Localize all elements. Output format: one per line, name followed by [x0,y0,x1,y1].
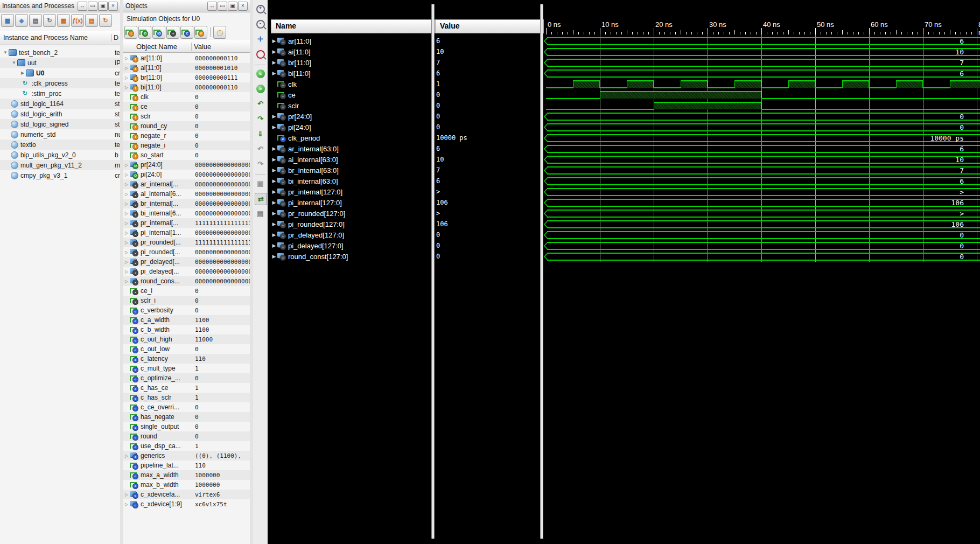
expand-closed-icon[interactable]: ▷ [123,269,130,274]
expand-closed-icon[interactable]: ▷ [123,260,130,264]
expand-closed-icon[interactable]: ▶ [271,243,277,248]
orange-doc-icon[interactable]: ▤ [85,14,98,27]
prev-transition-icon[interactable]: ↶ [255,98,266,109]
expand-closed-icon[interactable]: ▶ [271,232,277,238]
object-row[interactable]: cpipeline_lat...110 [123,461,250,470]
wave-row-value[interactable]: > [436,186,538,197]
close-icon[interactable]: × [108,2,118,11]
wave-row-value[interactable]: 6 [436,176,538,186]
expand-closed-icon[interactable]: ▷ [123,182,130,187]
object-row[interactable]: cmax_a_width1000000 [123,470,250,480]
go-to-start-icon[interactable]: « [255,68,266,79]
expand-closed-icon[interactable]: ▶ [271,221,277,227]
object-row[interactable]: ▷●round_cons...0000000000000000000 [123,276,250,286]
object-row[interactable]: cc_mult_type1 [123,364,250,373]
expand-closed-icon[interactable]: ▶ [271,211,277,216]
expand-closed-icon[interactable]: ▶ [271,71,277,76]
object-row[interactable]: ●ce_i0 [123,286,250,296]
object-row[interactable]: Isclr0 [123,111,250,121]
object-row[interactable]: cc_has_sclr1 [123,393,250,402]
tree-item[interactable]: numeric_stdnu [0,129,120,140]
object-row[interactable]: cc_out_high11000 [123,334,250,344]
wave-row-name[interactable]: ●clk [271,79,430,89]
expand-closed-icon[interactable]: ▷ [123,250,130,255]
filter-constant-icon[interactable]: C [180,26,193,39]
blue-cube-icon[interactable]: ◈ [15,14,28,27]
object-row[interactable]: ▷Ibi[11:0]000000000110 [123,82,250,92]
blue-chip-icon[interactable]: ▦ [1,14,14,27]
orange-refresh-icon[interactable]: ↻ [99,14,112,27]
minimize-icon[interactable]: ▭ [88,2,97,11]
expand-closed-icon[interactable]: ▷ [123,163,130,168]
wave-row-name[interactable]: ▶●ai_internal[63:0] [271,154,430,165]
filter-input-icon[interactable]: I [124,26,137,39]
object-row[interactable]: ▷cc_xdevicefa...virtex6 [123,490,250,499]
filter-inout-icon[interactable]: IO [152,26,165,39]
zoom-in-icon[interactable]: + [255,3,266,15]
wave-row-value[interactable]: 10 [436,154,538,165]
object-row[interactable]: cc_verbosity0 [123,305,250,315]
object-row[interactable]: ▷●pr_delayed[...0000000000000000000 [123,257,250,267]
wave-plot-area[interactable]: 0 ns10 ns20 ns30 ns40 ns50 ns60 ns70 ns8… [544,0,980,544]
wave-row-value[interactable]: 106 [436,197,538,208]
tree-item[interactable]: std_logic_arithst [0,109,120,119]
object-row[interactable]: cc_optimize_...0 [123,373,250,383]
object-row[interactable]: Iclk0 [123,92,250,102]
filter-internal-icon[interactable]: + [166,26,179,39]
wave-value-splitter[interactable] [540,4,543,539]
wave-name-header[interactable]: Name [271,19,436,33]
instances-col-design[interactable]: D [111,34,120,41]
object-row[interactable]: ▷●ar_internal[...0000000000000000000 [123,179,250,189]
expand-closed-icon[interactable]: ▶ [271,60,277,65]
virtual-clock-icon[interactable]: ◷ [213,26,226,39]
tree-item[interactable]: textiote [0,140,120,150]
wave-row-name[interactable]: ●ce [271,89,430,100]
expand-closed-icon[interactable]: ▶ [271,200,277,205]
expand-closed-icon[interactable]: ▶ [271,157,277,162]
wave-row-name[interactable]: ▶●pr_rounded[127:0] [271,208,430,219]
wave-row-name[interactable]: ▶●ar[11:0] [271,36,430,46]
expand-closed-icon[interactable]: ▶ [271,254,277,259]
wave-row-name[interactable]: ▶●pr[24:0] [271,111,430,122]
instances-col-name[interactable]: Instance and Process Name [0,34,111,41]
wave-row-value[interactable]: 106 [436,219,538,229]
wave-row-value[interactable]: 0 [436,240,538,251]
wave-row-name[interactable]: ▶●pi_internal[127:0] [271,197,430,208]
object-row[interactable]: cuse_dsp_ca...1 [123,441,250,451]
expand-closed-icon[interactable]: ▷ [123,454,130,458]
zoom-out-icon[interactable]: - [255,18,266,30]
expand-closed-icon[interactable]: ▷ [123,192,130,197]
object-row[interactable]: ▷Opr[24:0]0000000000000000000 [123,160,250,170]
object-row[interactable]: ▷●pi_delayed[...0000000000000000000 [123,267,250,276]
object-row[interactable]: ●sclr_i0 [123,296,250,305]
wave-row-name[interactable]: ▶●bi_internal[63:0] [271,176,430,186]
wave-row-value[interactable]: 6 [436,36,538,46]
float-icon[interactable]: ↔ [207,2,217,11]
tree-item[interactable]: ▼test_bench_2te [0,47,120,58]
wave-row-value[interactable]: 6 [436,68,538,79]
wave-row-value[interactable]: 0 [436,89,538,100]
expand-closed-icon[interactable]: ▶ [271,124,277,130]
tree-item[interactable]: ▼uutIP [0,58,120,68]
object-row[interactable]: ▷Opi[24:0]0000000000000000000 [123,170,250,179]
snapshot-icon[interactable]: ▣ [255,178,266,189]
filter-output-icon[interactable]: O [138,26,151,39]
wave-row-name[interactable]: ▶●ar_internal[63:0] [271,143,430,154]
object-row[interactable]: ▷●br_internal[...0000000000000000000 [123,199,250,208]
close-icon[interactable]: × [238,2,248,11]
wave-row-value[interactable]: 6 [436,143,538,154]
expand-closed-icon[interactable]: ▷ [123,211,130,216]
object-row[interactable]: csingle_output0 [123,422,250,431]
wave-value-header[interactable]: Value [435,19,544,33]
object-row[interactable]: Ice0 [123,102,250,111]
object-row[interactable]: cc_out_low0 [123,344,250,354]
tree-item[interactable]: ↻:stim_procte [0,88,120,99]
wave-row-name[interactable]: ▶●br_internal[63:0] [271,165,430,176]
wave-row-value[interactable]: 0 [436,100,538,111]
object-row[interactable]: ▷●pi_internal[1...0000000000000000000 [123,228,250,238]
wave-row-name[interactable]: ▶●br[11:0] [271,57,430,68]
object-row[interactable]: ▷Ibr[11:0]000000000111 [123,73,250,82]
object-row[interactable]: ▷●bi_internal[6...0000000000000000000 [123,208,250,218]
expand-closed-icon[interactable]: ▷ [123,201,130,206]
wave-row-value[interactable]: 0 [436,229,538,240]
